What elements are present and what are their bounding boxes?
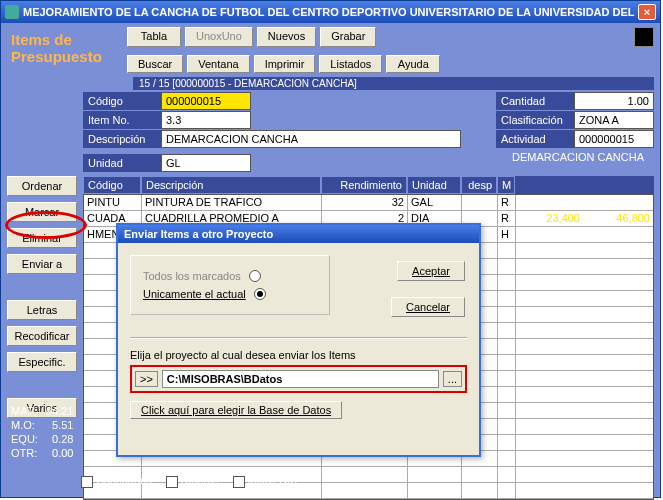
- unidad-field[interactable]: GL: [161, 154, 251, 172]
- stats: MAT:94.21 M.O:5.51 EQU:0.28 OTR:0.00: [9, 403, 81, 461]
- window-title: MEJORAMIENTO DE LA CANCHA DE FUTBOL DEL …: [23, 6, 638, 18]
- footer: Cantidades Dineros Incluir AIU 849,14084…: [81, 469, 652, 493]
- tabla-button[interactable]: Tabla: [127, 27, 181, 47]
- ventana-button[interactable]: Ventana: [187, 55, 249, 73]
- gh-unidad[interactable]: Unidad: [407, 176, 461, 194]
- desc-field[interactable]: DEMARCACION CANCHA: [161, 130, 461, 148]
- marcar-button[interactable]: Marcar: [7, 202, 77, 222]
- cantidades-check[interactable]: Cantidades: [81, 474, 152, 487]
- buscar-button[interactable]: Buscar: [127, 55, 183, 73]
- recodificar-button[interactable]: Recodificar: [7, 326, 77, 346]
- cancelar-button[interactable]: Cancelar: [391, 297, 465, 317]
- gh-desc[interactable]: Descripción: [141, 176, 321, 194]
- toolbar-area: Items de Presupuesto Tabla UnoxUno Nuevo…: [1, 23, 660, 77]
- radio-actual[interactable]: [254, 288, 266, 300]
- module-title: Items de Presupuesto: [7, 27, 117, 73]
- click-db-button[interactable]: Click aquí para elegir la Base de Datos: [130, 401, 342, 419]
- unoxuno-button[interactable]: UnoxUno: [185, 27, 253, 47]
- cantidad-label: Cantidad: [496, 92, 574, 110]
- go-button[interactable]: >>: [135, 371, 158, 387]
- close-button[interactable]: ×: [638, 4, 656, 20]
- gh-codigo[interactable]: Código: [83, 176, 141, 194]
- browse-button[interactable]: ...: [443, 371, 462, 387]
- record-info: 15 / 15 [000000015 - DEMARCACION CANCHA]: [133, 77, 654, 90]
- fields-area: Código000000015 Item No.3.3 DescripciónD…: [7, 92, 654, 172]
- cantidad-field[interactable]: 1.00: [574, 92, 654, 110]
- letras-button[interactable]: Letras: [7, 300, 77, 320]
- radio-todos[interactable]: [249, 270, 261, 282]
- titlebar: MEJORAMIENTO DE LA CANCHA DE FUTBOL DEL …: [1, 1, 660, 23]
- actividad-field[interactable]: 000000015: [574, 130, 654, 148]
- enviar-dialog: Enviar Items a otro Proyecto Todos los m…: [116, 223, 481, 457]
- right-values: 25,000800,00023,40046,80012,340: [520, 196, 650, 244]
- aiu-check[interactable]: Incluir AIU: [233, 474, 298, 487]
- dialog-title: Enviar Items a otro Proyecto: [118, 225, 479, 243]
- gh-rend[interactable]: Rendimiento: [321, 176, 407, 194]
- gh-desp[interactable]: desp: [461, 176, 497, 194]
- eliminar-button[interactable]: Eliminar: [7, 228, 77, 248]
- desc-label: Descripción: [83, 130, 161, 148]
- itemno-label: Item No.: [83, 111, 161, 129]
- app-window: MEJORAMIENTO DE LA CANCHA DE FUTBOL DEL …: [0, 0, 661, 498]
- opt-actual[interactable]: Unicamente el actual: [135, 288, 325, 300]
- actividad-label: Actividad: [496, 130, 574, 148]
- enviar-button[interactable]: Enviar a: [7, 254, 77, 274]
- clasif-label: Clasificación: [496, 111, 574, 129]
- path-input[interactable]: C:\MISOBRAS\BDatos: [162, 370, 439, 388]
- listados-button[interactable]: Listados: [319, 55, 382, 73]
- elija-label: Elija el proyecto al cual desea enviar l…: [130, 349, 467, 361]
- app-icon: [5, 5, 19, 19]
- option-group: Todos los marcados Unicamente el actual: [130, 255, 330, 315]
- grid-header: Código Descripción Rendimiento Unidad de…: [83, 176, 654, 194]
- grabar-button[interactable]: Grabar: [320, 27, 376, 47]
- aceptar-button[interactable]: Aceptar: [397, 261, 465, 281]
- especific-button[interactable]: Especific.: [7, 352, 77, 372]
- unidad-label: Unidad: [83, 154, 161, 172]
- opt-todos[interactable]: Todos los marcados: [135, 270, 325, 282]
- dem-text: DEMARCACION CANCHA: [496, 149, 654, 165]
- codigo-label: Código: [83, 92, 161, 110]
- ordenar-button[interactable]: Ordenar: [7, 176, 77, 196]
- imprimir-button[interactable]: Imprimir: [254, 55, 316, 73]
- clasif-field[interactable]: ZONA A: [574, 111, 654, 129]
- codigo-field[interactable]: 000000015: [161, 92, 251, 110]
- blank-panel: [634, 27, 654, 47]
- itemno-field[interactable]: 3.3: [161, 111, 251, 129]
- totals: 849,140849,140: [612, 469, 652, 493]
- path-row: >> C:\MISOBRAS\BDatos ...: [130, 365, 467, 393]
- ayuda-button[interactable]: Ayuda: [386, 55, 440, 73]
- nuevos-button[interactable]: Nuevos: [257, 27, 316, 47]
- dineros-check[interactable]: Dineros: [166, 474, 219, 487]
- gh-m[interactable]: M: [497, 176, 515, 194]
